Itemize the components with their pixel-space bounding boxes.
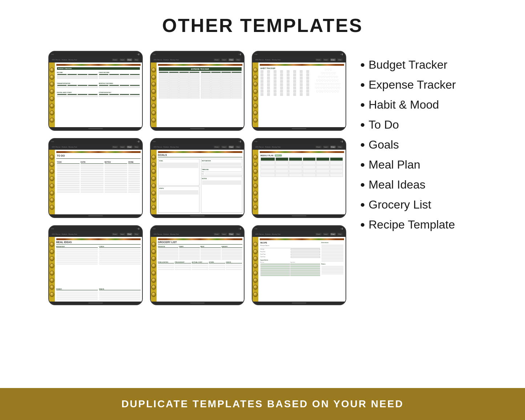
bullet-dot xyxy=(361,83,364,87)
bullet-label: Meal Plan xyxy=(369,158,420,171)
tablet-budget-tracker: 9:41 ⊡ ▊ 2025 Planner - Realistic - Mond… xyxy=(48,51,143,131)
list-item: Habit & Mood xyxy=(361,98,477,112)
svg-text:♡♡♡♡♡♡♡♡: ♡♡♡♡♡♡♡♡ xyxy=(318,76,338,79)
ring xyxy=(50,75,54,79)
list-item: Grocery List xyxy=(361,198,477,211)
tablet-recipe: 9:41 ⊡ ▊ 2025 Planner - Realistic - Mond… xyxy=(252,225,346,305)
ring xyxy=(50,110,54,115)
list-item: To Do xyxy=(361,118,477,132)
bottom-banner: DUPLICATE TEMPLATES BASED ON YOUR NEED xyxy=(0,388,525,420)
bullet-label: Budget Tracker xyxy=(369,58,448,72)
ring xyxy=(50,82,54,86)
bullet-label: Grocery List xyxy=(369,198,431,211)
list-item: Expense Tracker xyxy=(361,78,477,92)
svg-text:♡♡♡♡♡♡♡♡♡: ♡♡♡♡♡♡♡♡♡ xyxy=(316,90,339,93)
bullet-label: To Do xyxy=(369,118,399,132)
ring xyxy=(50,68,54,72)
bullet-dot xyxy=(361,123,364,127)
main-content: OTHER TEMPLATES 9:41 ⊡ ▊ 2025 Planner - … xyxy=(0,0,525,388)
ring xyxy=(50,104,54,108)
bullet-dot xyxy=(361,223,364,227)
page-title: OTHER TEMPLATES xyxy=(162,15,363,36)
bullet-dot xyxy=(361,103,364,107)
bullet-dot xyxy=(361,143,364,147)
ring xyxy=(50,96,54,101)
list-item: Meal Plan xyxy=(361,158,477,171)
tablet-meal-ideas: 9:41 ⊡ ▊ 2025 Planner - Realistic - Mond… xyxy=(48,225,143,305)
ring xyxy=(50,118,54,122)
tablet-grid: 9:41 ⊡ ▊ 2025 Planner - Realistic - Mond… xyxy=(48,51,346,305)
list-item: Goals xyxy=(361,138,477,152)
svg-text:♡♡♡♡♡♡♡♡♡♡: ♡♡♡♡♡♡♡♡♡♡ xyxy=(315,83,340,86)
list-item: Meal Ideas xyxy=(361,178,477,191)
bullet-label: Goals xyxy=(369,138,399,152)
tablet-grocery-list: 9:41 ⊡ ▊ 2025 Planner - Realistic - Mond… xyxy=(150,225,245,305)
bullet-label: Expense Tracker xyxy=(369,78,456,92)
tablet-habit-mood: 9:41 ⊡ ▊ 2025 Planner - Realistic - Mond… xyxy=(252,51,346,131)
bullet-label: Recipe Template xyxy=(369,218,455,231)
bullet-dot xyxy=(361,203,364,207)
ring xyxy=(50,89,54,93)
svg-text:♡♡♡: ♡♡♡ xyxy=(324,68,332,72)
color-strip xyxy=(56,64,141,66)
spine-1 xyxy=(49,62,55,127)
tablet-expense-tracker: 9:41 ⊡ ▊ 2025 Planner - Realistic - Mond… xyxy=(150,51,245,131)
tablet-screen-1: BUDGET TRACKER INCOME xyxy=(49,62,142,127)
list-item: Budget Tracker xyxy=(361,58,477,72)
tablet-meal-plan: 9:41 ⊡ ▊ 2025 Planner - Realistic - Mond… xyxy=(252,138,346,218)
svg-text:♡♡♡♡♡♡♡♡♡♡: ♡♡♡♡♡♡♡♡♡♡ xyxy=(315,86,340,90)
tablet-top-bar-1: 9:41 ⊡ ▊ xyxy=(49,52,142,57)
bullet-label: Meal Ideas xyxy=(369,178,426,191)
tablet-nav-1: 2025 Planner - Realistic - Monday Start … xyxy=(49,57,142,62)
bullet-list: Budget Tracker Expense Tracker Habit & M… xyxy=(361,51,477,231)
tablet-goals: 9:41 ⊡ ▊ 2025 Planner - Realistic - Mond… xyxy=(150,138,245,218)
bullet-label: Habit & Mood xyxy=(369,98,439,112)
list-item: Recipe Template xyxy=(361,218,477,231)
page-content-budget: BUDGET TRACKER INCOME xyxy=(55,62,142,127)
bullet-dot xyxy=(361,163,364,167)
svg-text:♡♡♡♡♡♡: ♡♡♡♡♡♡ xyxy=(321,72,336,75)
svg-text:♡♡♡♡♡♡♡♡♡: ♡♡♡♡♡♡♡♡♡ xyxy=(316,79,339,82)
tablet-todo: 9:41 ⊡ ▊ 2025 Planner - Realistic - Mond… xyxy=(48,138,143,218)
content-area: 9:41 ⊡ ▊ 2025 Planner - Realistic - Mond… xyxy=(15,51,510,305)
bullet-dot xyxy=(361,63,364,67)
bullet-dot xyxy=(361,183,364,187)
